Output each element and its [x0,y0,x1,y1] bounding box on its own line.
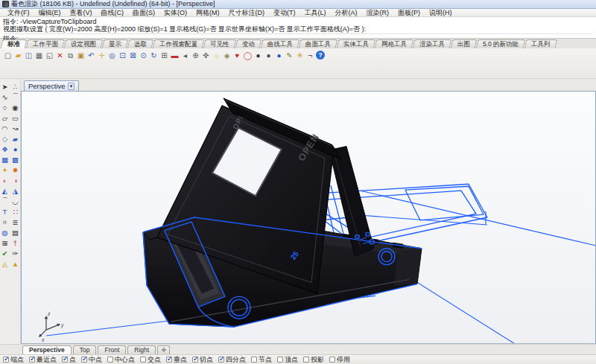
toolbar-icon[interactable]: ✜ [201,50,211,60]
toolbar-tab[interactable]: 曲面工具 [298,39,337,48]
menu-item[interactable]: 尺寸标注(D) [224,8,270,18]
osnap-checkbox[interactable] [166,357,172,363]
viewport-page-tab[interactable]: Perspective [22,345,72,354]
menu-item[interactable]: 面板(P) [393,8,425,18]
toolbar-tab[interactable]: 显示 [102,39,129,48]
menu-item[interactable]: 分析(A) [331,8,362,18]
osnap-toggle[interactable]: 端点 [3,355,24,364]
sidebar-tool-icon[interactable]: ◬ [0,259,10,269]
toolbar-tab[interactable]: 标准 [1,39,28,48]
menu-item[interactable]: 网格(M) [191,8,224,18]
toolbar-icon[interactable]: ⧉ [66,50,75,60]
sidebar-tool-icon[interactable]: ▲ [10,259,20,269]
toolbar-tab[interactable]: 出图 [450,39,477,48]
sidebar-tool-icon[interactable]: ◡ [10,197,20,206]
toolbar-tab[interactable]: 工作平面 [26,39,66,48]
menu-item[interactable]: 编辑(E) [34,8,66,18]
sidebar-tool-icon[interactable]: ● [10,144,20,154]
toolbar-icon[interactable]: ◫ [24,50,34,60]
toolbar-icon[interactable]: ↻ [149,50,159,60]
toolbar-icon[interactable]: ▰ [13,50,23,60]
toolbar-icon[interactable]: ◎ [107,50,117,60]
toolbar-tab[interactable]: 实体工具 [336,39,375,48]
sidebar-tool-icon[interactable]: ◐ [0,176,10,185]
menu-item[interactable]: 变动(T) [269,8,300,18]
osnap-toggle[interactable]: 四分点 [218,355,246,364]
osnap-checkbox[interactable] [140,357,146,363]
osnap-toggle[interactable]: 垂点 [166,355,187,364]
osnap-toggle[interactable]: 中心点 [107,355,135,364]
osnap-checkbox[interactable] [3,357,9,363]
osnap-checkbox[interactable] [277,357,283,363]
toolbar-icon[interactable]: ⊞ [159,50,169,60]
sidebar-tool-icon[interactable]: ◇ [0,134,10,144]
osnap-toggle[interactable]: 投影 [303,355,324,364]
toolbar-tab[interactable]: 5.0 的新功能 [475,39,525,48]
menu-item[interactable]: 查看(V) [66,8,97,18]
sidebar-tool-icon[interactable]: ∿ [0,92,10,102]
sidebar-tool-icon[interactable]: † [10,238,20,248]
toolbar-icon[interactable]: ♥ [232,50,242,60]
toolbar-icon[interactable]: ● [274,50,284,60]
toolbar-icon[interactable]: ▦ [34,50,44,60]
sidebar-tool-icon[interactable]: ◮ [10,186,20,196]
toolbar-tab[interactable]: 设定视图 [64,39,104,48]
toolbar-icon[interactable]: ✕ [55,50,65,60]
sidebar-tool-icon[interactable]: T [0,207,10,217]
toolbar-icon[interactable]: ● [264,50,273,60]
viewport-page-tab[interactable]: Top [73,345,97,354]
sidebar-tool-icon[interactable]: ⌗ [0,217,10,227]
sidebar-tool-icon[interactable]: ◭ [0,186,10,196]
osnap-checkbox[interactable] [29,357,35,363]
sidebar-tool-icon[interactable]: ⌒ [10,92,20,102]
perspective-viewport[interactable]: OPEN OPEN [21,91,596,344]
toolbar-icon[interactable]: ✎ [285,50,294,60]
sidebar-tool-icon[interactable]: ✑ [10,249,20,258]
osnap-checkbox[interactable] [62,357,68,363]
toolbar-icon[interactable]: ✛ [97,50,107,60]
osnap-checkbox[interactable] [329,357,335,363]
osnap-checkbox[interactable] [251,357,257,363]
osnap-toggle[interactable]: 中点 [81,355,102,364]
osnap-toggle[interactable]: 交点 [140,355,161,364]
menu-item[interactable]: 曲线(C) [97,8,129,18]
toolbar-icon[interactable]: ▢ [3,50,13,60]
toolbar-icon[interactable]: ● [253,50,263,60]
toolbar-icon[interactable]: ⊕ [191,50,200,60]
osnap-checkbox[interactable] [303,357,309,363]
sidebar-tool-icon[interactable]: ○ [0,103,10,112]
toolbar-icon[interactable]: ⊠ [128,50,138,60]
sidebar-tool-icon[interactable]: ▩ [10,155,20,165]
toolbar-tab[interactable]: 工作视窗配置 [153,39,205,48]
menu-item[interactable]: 实体(O) [159,8,191,18]
toolbar-tab[interactable]: 渲染工具 [412,39,451,48]
sidebar-tool-icon[interactable]: ◠ [0,124,10,133]
sidebar-tool-icon[interactable]: ◉ [10,103,20,112]
osnap-toggle[interactable]: 点 [62,355,76,364]
sidebar-tool-icon[interactable]: ▱ [0,113,10,123]
sidebar-tool-icon[interactable]: ❖ [0,144,10,154]
osnap-checkbox[interactable] [107,357,113,363]
toolbar-icon[interactable]: ? [316,51,325,60]
toolbar-icon[interactable]: ↶ [86,50,96,60]
toolbar-tab[interactable]: 工具列 [524,39,557,48]
add-viewport-tab[interactable]: ✛ [157,345,170,354]
toolbar-icon[interactable]: ▬ [170,50,180,60]
toolbar-icon[interactable]: ⊡ [118,50,127,60]
sidebar-tool-icon[interactable]: ⌒ [0,197,10,206]
menu-item[interactable]: 渲染(R) [362,8,394,18]
toolbar-icon[interactable]: ▣ [76,50,86,60]
sidebar-tool-icon[interactable]: ∴ [10,82,20,92]
viewport-page-tab[interactable]: Right [127,345,156,354]
toolbar-icon[interactable]: ⊙ [139,50,148,60]
menu-item[interactable]: 文件(F) [3,8,34,18]
toolbar-icon[interactable]: ◱ [45,50,54,60]
toolbar-tab[interactable]: 选取 [127,39,154,48]
sidebar-tool-icon[interactable]: ≣ [10,217,20,227]
toolbar-icon[interactable]: ¬ [305,50,315,60]
sidebar-tool-icon[interactable]: ▭ [10,113,20,123]
viewport-menu-caret-icon[interactable]: ▾ [68,83,75,90]
osnap-checkbox[interactable] [218,357,224,363]
sidebar-tool-icon[interactable]: ▦ [0,155,10,165]
sidebar-tool-icon[interactable]: ✔ [0,249,10,258]
